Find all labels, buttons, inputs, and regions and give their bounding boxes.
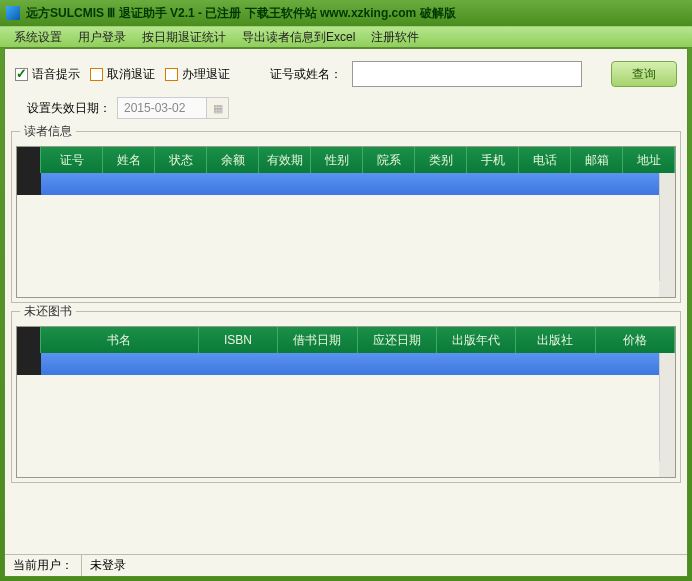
col-mobile[interactable]: 手机 xyxy=(467,147,519,173)
checkbox-process-withdraw[interactable]: 办理退证 xyxy=(165,66,230,83)
reader-grid-selected-row[interactable] xyxy=(17,173,675,195)
row-header xyxy=(17,353,41,375)
status-user-label: 当前用户： xyxy=(5,555,82,576)
reader-grid-scrollbar[interactable] xyxy=(659,173,675,297)
col-phone[interactable]: 电话 xyxy=(519,147,571,173)
checkbox-voice-prompt-label: 语音提示 xyxy=(32,66,80,83)
menu-bar: 系统设置 用户登录 按日期退证统计 导出读者信息到Excel 注册软件 xyxy=(0,26,692,48)
col-balance[interactable]: 余额 xyxy=(207,147,259,173)
check-icon xyxy=(90,68,103,81)
expiry-label: 设置失效日期： xyxy=(27,100,111,117)
col-cert-no[interactable]: 证号 xyxy=(41,147,103,173)
reader-grid[interactable]: 证号 姓名 状态 余额 有效期 性别 院系 类别 手机 电话 邮箱 地址 xyxy=(16,146,676,298)
col-publisher[interactable]: 出版社 xyxy=(516,327,595,353)
col-valid[interactable]: 有效期 xyxy=(259,147,311,173)
books-grid-selected-row[interactable] xyxy=(17,353,675,375)
unreturned-books-group: 未还图书 书名 ISBN 借书日期 应还日期 出版年代 出版社 价格 xyxy=(11,311,681,483)
row-header xyxy=(17,173,41,195)
search-input[interactable] xyxy=(352,61,582,87)
col-status[interactable]: 状态 xyxy=(155,147,207,173)
col-due-date[interactable]: 应还日期 xyxy=(358,327,437,353)
client-area: 语音提示 取消退证 办理退证 证号或姓名： 查询 设置失效日期： ▦ xyxy=(4,48,688,577)
books-grid[interactable]: 书名 ISBN 借书日期 应还日期 出版年代 出版社 价格 xyxy=(16,326,676,478)
resize-grip-icon[interactable] xyxy=(659,461,675,477)
toolbar: 语音提示 取消退证 办理退证 证号或姓名： 查询 xyxy=(5,49,687,93)
checkbox-cancel-withdraw[interactable]: 取消退证 xyxy=(90,66,155,83)
window-title: 远方SULCMIS Ⅲ 退证助手 V2.1 - 已注册 下载王软件站 www.x… xyxy=(26,5,456,22)
menu-export-excel[interactable]: 导出读者信息到Excel xyxy=(234,27,363,48)
resize-grip-icon[interactable] xyxy=(659,281,675,297)
menu-stats-by-date[interactable]: 按日期退证统计 xyxy=(134,27,234,48)
title-bar[interactable]: 远方SULCMIS Ⅲ 退证助手 V2.1 - 已注册 下载王软件站 www.x… xyxy=(0,0,692,26)
col-gender[interactable]: 性别 xyxy=(311,147,363,173)
row-header-corner xyxy=(17,147,41,173)
search-label: 证号或姓名： xyxy=(270,66,342,83)
col-address[interactable]: 地址 xyxy=(623,147,675,173)
checkbox-process-withdraw-label: 办理退证 xyxy=(182,66,230,83)
col-borrow-date[interactable]: 借书日期 xyxy=(278,327,357,353)
app-icon xyxy=(6,6,20,20)
expiry-row: 设置失效日期： ▦ xyxy=(5,93,687,129)
col-pub-year[interactable]: 出版年代 xyxy=(437,327,516,353)
reader-info-group: 读者信息 证号 姓名 状态 余额 有效期 性别 院系 类别 手机 电话 邮箱 地… xyxy=(11,131,681,303)
col-book-title[interactable]: 书名 xyxy=(41,327,199,353)
row-header-corner xyxy=(17,327,41,353)
col-email[interactable]: 邮箱 xyxy=(571,147,623,173)
books-grid-scrollbar[interactable] xyxy=(659,353,675,477)
status-user-value: 未登录 xyxy=(82,555,687,576)
col-price[interactable]: 价格 xyxy=(596,327,675,353)
expiry-date-input[interactable] xyxy=(117,97,207,119)
check-icon xyxy=(165,68,178,81)
reader-info-legend: 读者信息 xyxy=(20,123,76,140)
col-isbn[interactable]: ISBN xyxy=(199,327,278,353)
check-icon xyxy=(15,68,28,81)
status-bar: 当前用户： 未登录 xyxy=(5,554,687,576)
checkbox-cancel-withdraw-label: 取消退证 xyxy=(107,66,155,83)
menu-system-settings[interactable]: 系统设置 xyxy=(6,27,70,48)
menu-register[interactable]: 注册软件 xyxy=(363,27,427,48)
query-button[interactable]: 查询 xyxy=(611,61,677,87)
menu-user-login[interactable]: 用户登录 xyxy=(70,27,134,48)
col-name[interactable]: 姓名 xyxy=(103,147,155,173)
col-dept[interactable]: 院系 xyxy=(363,147,415,173)
unreturned-books-legend: 未还图书 xyxy=(20,303,76,320)
books-grid-header: 书名 ISBN 借书日期 应还日期 出版年代 出版社 价格 xyxy=(17,327,675,353)
reader-grid-header: 证号 姓名 状态 余额 有效期 性别 院系 类别 手机 电话 邮箱 地址 xyxy=(17,147,675,173)
checkbox-voice-prompt[interactable]: 语音提示 xyxy=(15,66,80,83)
col-category[interactable]: 类别 xyxy=(415,147,467,173)
calendar-icon[interactable]: ▦ xyxy=(207,97,229,119)
